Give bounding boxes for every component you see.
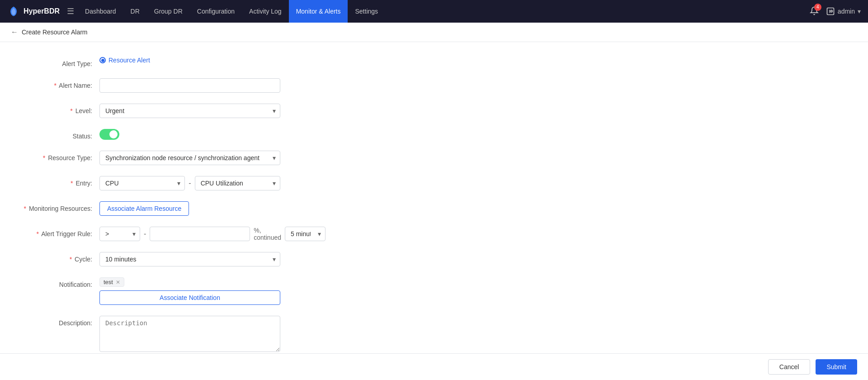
footer-bar: Cancel Submit (0, 353, 868, 380)
trigger-pct-label: %, continued (254, 227, 281, 241)
description-label: Description: (18, 316, 99, 327)
resource-type-control: Synchronization node resource / synchron… (99, 151, 280, 165)
cycle-control: 5 minutes 10 minutes 15 minutes 30 minut… (99, 252, 280, 266)
nav-configuration[interactable]: Configuration (190, 0, 242, 23)
resource-type-select-wrapper: Synchronization node resource / synchron… (99, 151, 280, 165)
notification-area: test ✕ Associate Notification (99, 277, 280, 305)
alert-type-row: Alert Type: Resource Alert (0, 57, 868, 67)
notification-row: Notification: test ✕ Associate Notificat… (0, 277, 868, 305)
trigger-operator-wrapper: > >= < <= = (99, 227, 140, 241)
entry-select-wrapper: CPU Memory Disk (99, 176, 185, 190)
required-star: * (24, 205, 26, 212)
alert-name-label: * Alert Name: (18, 78, 99, 89)
alert-type-value: Resource Alert (108, 57, 150, 64)
nav-activity-log[interactable]: Activity Log (242, 0, 289, 23)
notification-control: test ✕ Associate Notification (99, 277, 280, 305)
notifications-button[interactable]: 4 (810, 6, 819, 17)
status-label: Status: (18, 129, 99, 140)
description-control (99, 316, 280, 353)
alert-type-option[interactable]: Resource Alert (99, 57, 280, 64)
entry-control: CPU Memory Disk - CPU Utilization CPU Lo… (99, 176, 280, 190)
required-star: * (70, 107, 72, 114)
cycle-row: * Cycle: 5 minutes 10 minutes 15 minutes… (0, 252, 868, 266)
trigger-dash: - (144, 230, 146, 238)
status-toggle[interactable] (99, 129, 119, 140)
radio-inner (101, 59, 104, 62)
tag-remove-button[interactable]: ✕ (116, 279, 120, 285)
level-row: * Level: Urgent Warning Info (0, 104, 868, 118)
radio-resource-alert (99, 57, 106, 63)
topnav-right: 4 admin ▾ (810, 6, 861, 17)
page-title: Create Resource Alarm (22, 28, 88, 36)
monitoring-resources-label: * Monitoring Resources: (18, 201, 99, 212)
level-control: Urgent Warning Info (99, 104, 280, 118)
user-dropdown-icon: ▾ (858, 8, 861, 15)
notification-label: Notification: (18, 277, 99, 288)
logo-text: HyperBDR (24, 7, 60, 15)
back-button[interactable]: ← (11, 28, 18, 36)
trigger-duration-wrapper: 5 minute 10 minute 15 minute 30 minute (285, 227, 326, 241)
entry-row: * Entry: CPU Memory Disk - CPU (0, 176, 868, 190)
level-select-wrapper: Urgent Warning Info (99, 104, 280, 118)
user-menu-button[interactable]: admin ▾ (826, 7, 861, 16)
topnav: HyperBDR ☰ Dashboard DR Group DR Configu… (0, 0, 868, 23)
trigger-value-input[interactable]: 10 (150, 227, 250, 241)
breadcrumb-bar: ← Create Resource Alarm (0, 23, 868, 42)
nav-group-dr[interactable]: Group DR (147, 0, 190, 23)
page-content: ← Create Resource Alarm Alert Type: Reso… (0, 23, 868, 380)
resource-type-select[interactable]: Synchronization node resource / synchron… (99, 151, 280, 165)
trigger-duration-select[interactable]: 5 minute 10 minute 15 minute 30 minute (285, 227, 326, 241)
nav-monitor-alerts[interactable]: Monitor & Alerts (289, 0, 348, 23)
associate-notification-button[interactable]: Associate Notification (99, 290, 280, 305)
logo: HyperBDR (7, 5, 60, 18)
nav-dashboard[interactable]: Dashboard (78, 0, 123, 23)
nav-dr[interactable]: DR (123, 0, 147, 23)
monitoring-resources-row: * Monitoring Resources: Associate Alarm … (0, 201, 868, 216)
description-textarea[interactable] (99, 316, 280, 352)
entry-sub-select-wrapper: CPU Utilization CPU Load (195, 176, 280, 190)
cancel-button[interactable]: Cancel (768, 359, 811, 375)
user-name: admin (838, 8, 855, 15)
resource-type-label: * Resource Type: (18, 151, 99, 162)
status-control (99, 129, 280, 140)
cycle-select-wrapper: 5 minutes 10 minutes 15 minutes 30 minut… (99, 252, 280, 266)
status-row: Status: (0, 129, 868, 140)
required-star: * (54, 82, 57, 89)
entry-selects-row: CPU Memory Disk - CPU Utilization CPU Lo… (99, 176, 280, 190)
alert-name-row: * Alert Name: test (0, 78, 868, 93)
tag-label: test (104, 279, 113, 285)
cycle-select[interactable]: 5 minutes 10 minutes 15 minutes 30 minut… (99, 252, 280, 266)
trigger-operator-select[interactable]: > >= < <= = (99, 227, 140, 241)
level-label: * Level: (18, 104, 99, 114)
entry-sub-select[interactable]: CPU Utilization CPU Load (195, 176, 280, 190)
required-star: * (70, 256, 72, 263)
description-row: Description: (0, 316, 868, 353)
notification-tag: test ✕ (99, 277, 124, 287)
level-select[interactable]: Urgent Warning Info (99, 104, 280, 118)
alert-type-label: Alert Type: (18, 57, 99, 67)
nav-settings[interactable]: Settings (348, 0, 385, 23)
toggle-slider (99, 129, 119, 140)
submit-button[interactable]: Submit (816, 359, 857, 375)
trigger-rule-control: > >= < <= = - 10 %, continued 5 minute (99, 227, 326, 241)
alert-name-input[interactable]: test (99, 78, 280, 93)
notification-badge: 4 (814, 4, 821, 11)
trigger-rule-label: * Alert Trigger Rule: (18, 227, 99, 238)
alert-name-control: test (99, 78, 280, 93)
resource-type-row: * Resource Type: Synchronization node re… (0, 151, 868, 165)
trigger-inputs-row: > >= < <= = - 10 %, continued 5 minute (99, 227, 326, 241)
entry-select[interactable]: CPU Memory Disk (99, 176, 185, 190)
required-star: * (43, 154, 45, 162)
required-star: * (71, 180, 73, 187)
trigger-rule-row: * Alert Trigger Rule: > >= < <= = - (0, 227, 868, 241)
entry-label: * Entry: (18, 176, 99, 187)
form-container: Alert Type: Resource Alert * Alert Name:… (0, 42, 868, 380)
cycle-label: * Cycle: (18, 252, 99, 263)
required-star: * (37, 230, 39, 238)
notification-tags: test ✕ (99, 277, 280, 287)
associate-alarm-button[interactable]: Associate Alarm Resource (99, 201, 189, 216)
alert-type-control: Resource Alert (99, 57, 280, 64)
monitoring-resources-control: Associate Alarm Resource (99, 201, 280, 216)
hamburger-icon[interactable]: ☰ (67, 6, 74, 16)
entry-dash: - (189, 179, 191, 187)
